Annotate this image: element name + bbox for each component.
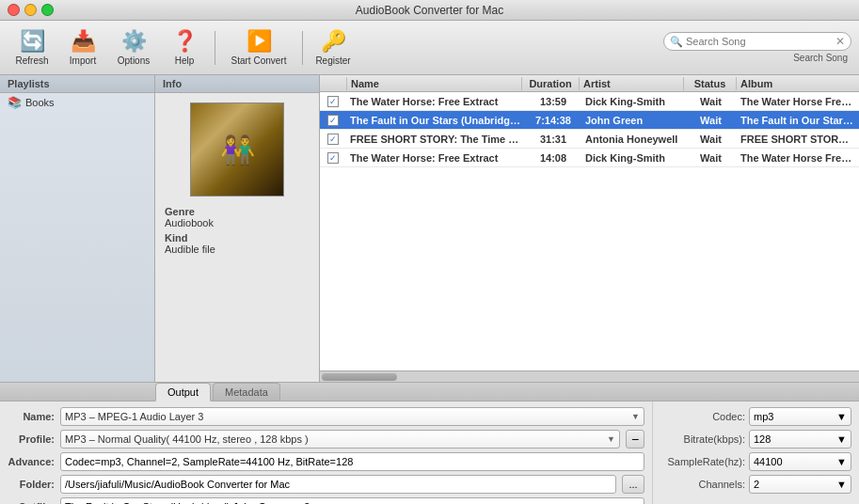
channels-row: Channels: 2 ▼ <box>660 475 851 494</box>
table-row[interactable]: The Water Horse: Free Extract 13:59 Dick… <box>320 92 859 111</box>
name-label: Name: <box>8 411 55 422</box>
bottom-content: Name: MP3 – MPEG-1 Audio Layer 3 ▼ Profi… <box>0 402 859 504</box>
tab-metadata-label: Metadata <box>225 386 268 398</box>
samplerate-label: SampleRate(hz): <box>660 456 745 467</box>
table-row[interactable]: The Water Horse: Free Extract 14:08 Dick… <box>320 149 859 167</box>
samplerate-value: 44100 <box>754 456 783 467</box>
tab-output-label: Output <box>167 386 199 398</box>
import-button[interactable]: 📥 Import <box>58 24 107 71</box>
maximize-button[interactable] <box>41 4 54 16</box>
options-button[interactable]: ⚙️ Options <box>109 24 158 71</box>
toolbar-separator <box>215 31 215 65</box>
name-select[interactable]: MP3 – MPEG-1 Audio Layer 3 ▼ <box>60 407 644 426</box>
search-container: 🔍 ✕ Search Song <box>663 32 851 63</box>
advance-label: Advance: <box>8 456 55 467</box>
table-row[interactable]: The Fault in Our Stars (Unabridged) 7:14… <box>320 111 859 130</box>
scrollbar-thumb[interactable] <box>322 373 397 381</box>
minimize-button[interactable] <box>24 4 37 16</box>
tab-metadata[interactable]: Metadata <box>213 383 280 401</box>
track-checkbox[interactable] <box>327 152 339 164</box>
start-convert-label: Start Convert <box>231 55 287 66</box>
help-label: Help <box>175 55 195 66</box>
tracklist-body: The Water Horse: Free Extract 13:59 Dick… <box>320 92 859 370</box>
track-name: FREE SHORT STORY: The Time Bein... <box>346 134 525 145</box>
window-title: AudioBook Converter for Mac <box>356 4 503 17</box>
folder-field: /Users/jiafuli/Music/AudioBook Converter… <box>60 475 616 494</box>
track-artist: Dick King-Smith <box>581 96 685 107</box>
refresh-button[interactable]: 🔄 Refresh <box>8 24 56 71</box>
artist-column-header: Artist <box>580 78 683 89</box>
help-icon: ❓ <box>172 29 198 54</box>
sidebar-item-books[interactable]: 📚 Books <box>0 93 154 112</box>
channels-select[interactable]: 2 ▼ <box>749 475 851 494</box>
codec-label: Codec: <box>660 411 745 422</box>
check-cell[interactable] <box>320 134 346 145</box>
profile-select-value: MP3 – Normal Quality( 44100 Hz, stereo ,… <box>65 433 309 445</box>
sidebar-header: Playlists <box>0 75 154 93</box>
track-album: The Fault in Our Stars (Un <box>737 115 859 126</box>
track-checkbox[interactable] <box>327 134 339 145</box>
folder-value: /Users/jiafuli/Music/AudioBook Converter… <box>65 479 290 490</box>
bottom-area: Output Metadata Name: MP3 – MPEG-1 Audio… <box>0 382 859 504</box>
sidebar: Playlists 📚 Books <box>0 75 155 382</box>
refresh-icon: 🔄 <box>20 29 45 54</box>
track-checkbox[interactable] <box>327 96 339 107</box>
channels-label: Channels: <box>660 479 745 490</box>
name-select-value: MP3 – MPEG-1 Audio Layer 3 <box>65 411 203 422</box>
codec-select[interactable]: mp3 ▼ <box>749 407 851 426</box>
close-button[interactable] <box>8 4 20 16</box>
check-cell[interactable] <box>320 152 346 164</box>
import-icon: 📥 <box>71 29 96 54</box>
name-row: Name: MP3 – MPEG-1 Audio Layer 3 ▼ <box>8 407 644 426</box>
track-status: Wait <box>685 134 737 145</box>
folder-row: Folder: /Users/jiafuli/Music/AudioBook C… <box>8 475 644 494</box>
album-art-image: 👫 <box>191 103 283 196</box>
album-art: 👫 <box>190 102 284 197</box>
help-button[interactable]: ❓ Help <box>160 24 209 71</box>
codec-arrow: ▼ <box>836 411 847 422</box>
album-cover-figure: 👫 <box>220 134 255 166</box>
check-cell[interactable] <box>320 96 346 107</box>
status-column-header: Status <box>684 78 736 89</box>
track-checkbox[interactable] <box>327 115 339 126</box>
channels-arrow: ▼ <box>836 479 847 490</box>
search-input[interactable] <box>686 36 835 47</box>
track-status: Wait <box>685 96 737 107</box>
register-label: Register <box>315 55 350 66</box>
check-cell[interactable] <box>320 115 346 126</box>
track-status: Wait <box>685 115 737 126</box>
advance-row: Advance: Codec=mp3, Channel=2, SampleRat… <box>8 452 644 471</box>
track-album: The Water Horse Free Ext. <box>737 152 859 164</box>
codec-settings: Codec: mp3 ▼ Bitrate(kbps): 128 ▼ Sample… <box>652 402 859 504</box>
profile-dropdown-arrow: ▼ <box>607 434 615 444</box>
profile-minus-button[interactable]: − <box>626 430 644 449</box>
track-album: The Water Horse Free Ext. <box>737 96 859 107</box>
profile-select[interactable]: MP3 – Normal Quality( 44100 Hz, stereo ,… <box>60 430 620 449</box>
samplerate-select[interactable]: 44100 ▼ <box>749 452 851 471</box>
table-row[interactable]: FREE SHORT STORY: The Time Bein... 31:31… <box>320 130 859 149</box>
convert-icon: ▶️ <box>247 29 272 54</box>
horizontal-scrollbar[interactable] <box>320 370 859 382</box>
track-duration: 31:31 <box>525 134 581 145</box>
start-convert-button[interactable]: ▶️ Start Convert <box>221 24 296 71</box>
track-name: The Fault in Our Stars (Unabridged) <box>346 115 525 126</box>
track-name: The Water Horse: Free Extract <box>346 152 525 164</box>
browse-button[interactable]: ... <box>622 475 644 494</box>
bitrate-label: Bitrate(kbps): <box>660 433 745 445</box>
books-icon: 📚 <box>8 96 22 109</box>
track-artist: Antonia Honeywell <box>581 134 685 145</box>
options-icon: ⚙️ <box>121 29 147 54</box>
register-button[interactable]: 🔑 Register <box>309 24 358 71</box>
advance-value: Codec=mp3, Channel=2, SampleRate=44100 H… <box>65 456 353 467</box>
channels-value: 2 <box>754 479 759 490</box>
bitrate-arrow: ▼ <box>836 433 847 445</box>
search-clear-button[interactable]: ✕ <box>835 35 845 48</box>
refresh-label: Refresh <box>15 55 48 66</box>
bitrate-select[interactable]: 128 ▼ <box>749 430 851 449</box>
track-duration: 7:14:38 <box>525 115 581 126</box>
samplerate-row: SampleRate(hz): 44100 ▼ <box>660 452 851 471</box>
window-controls[interactable] <box>8 4 54 16</box>
track-album: FREE SHORT STORY The T <box>737 134 859 145</box>
codec-value: mp3 <box>754 411 773 422</box>
tab-output[interactable]: Output <box>155 383 211 402</box>
